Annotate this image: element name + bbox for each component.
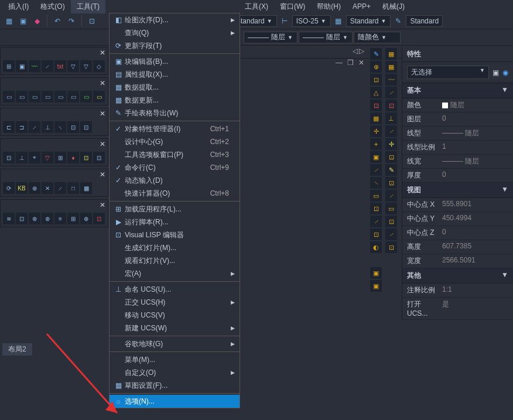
pal-btn[interactable]: ≡ — [54, 213, 66, 224]
menu-item[interactable]: ✓动态输入(D) — [110, 174, 240, 187]
pal-btn[interactable]: ⊡ — [3, 152, 15, 163]
restore-icon[interactable]: ❐ — [347, 59, 354, 67]
style2-combo[interactable]: Standard▼ — [346, 15, 391, 27]
tool-icon[interactable]: ◆ — [30, 15, 43, 28]
pal-btn[interactable]: ⊥ — [16, 152, 28, 163]
rs-btn[interactable]: ▣ — [370, 267, 382, 279]
property-row[interactable]: 线型比例1 — [402, 141, 513, 155]
redo-icon[interactable]: ↷ — [65, 15, 78, 28]
property-row[interactable]: 图层0 — [402, 112, 513, 127]
property-row[interactable]: 线宽——— 随层 — [402, 155, 513, 169]
menu-mech[interactable]: 机械(J) — [377, 0, 411, 13]
rs-btn[interactable]: 〰 — [385, 74, 397, 86]
property-row[interactable]: 线型——— 随层 — [402, 127, 513, 141]
rs-btn[interactable]: ⊡ — [370, 74, 382, 86]
menu-insert[interactable]: 插入(I) — [2, 0, 35, 13]
menu-toolsx[interactable]: 工具(X) — [239, 0, 274, 13]
menu-item[interactable]: ☼选项(N)... — [110, 395, 240, 408]
pal-btn[interactable]: ⊞ — [67, 213, 79, 224]
property-row[interactable]: 颜色随层 — [402, 98, 513, 112]
pick-icon[interactable]: ◉ — [502, 69, 508, 77]
rs-btn[interactable]: ⊡ — [385, 151, 397, 163]
close-icon[interactable]: ✕ — [100, 140, 105, 148]
menu-item[interactable]: ⊥命名 UCS(U)... — [110, 283, 240, 296]
pal-btn[interactable]: ▭ — [29, 91, 40, 103]
pal-btn[interactable]: ▭ — [16, 91, 28, 103]
tool-icon[interactable]: ⊡ — [86, 15, 98, 28]
rs-btn[interactable]: ⊡ — [370, 203, 382, 214]
menu-app[interactable]: APP+ — [347, 1, 377, 12]
menu-item[interactable]: 快速计算器(O)Ctrl+8 — [110, 187, 240, 200]
pal-btn[interactable]: ▽ — [80, 60, 92, 72]
rs-btn[interactable]: ✢ — [385, 138, 397, 150]
property-row[interactable]: 注释比例1:1 — [402, 284, 513, 298]
menu-item[interactable]: ▤属性提取(X)... — [110, 68, 240, 81]
rs-btn[interactable]: △ — [370, 87, 382, 98]
rs-btn[interactable]: ⊡ — [385, 241, 397, 253]
tool-icon[interactable]: ▣ — [16, 15, 29, 28]
select-icon[interactable]: ▣ — [493, 69, 499, 77]
pal-btn[interactable]: ⟋ — [54, 182, 66, 194]
view-nav-icon[interactable]: ▷ — [359, 47, 364, 55]
pal-btn[interactable]: ▭ — [67, 91, 79, 103]
rs-btn[interactable]: ⟋ — [385, 125, 397, 137]
pal-btn[interactable]: ⊡ — [67, 121, 79, 133]
section-view[interactable]: 视图▼ — [402, 183, 513, 198]
section-basic[interactable]: 基本▼ — [402, 83, 513, 98]
pal-btn[interactable]: □ — [67, 182, 79, 194]
table-icon[interactable]: ▦ — [332, 15, 345, 28]
menu-tools[interactable]: 工具(T) — [71, 0, 105, 13]
pal-btn[interactable]: ⊡ — [80, 152, 92, 163]
pal-btn[interactable]: ▦ — [80, 182, 92, 194]
pal-btn[interactable]: 〰 — [29, 60, 40, 72]
dim-icon[interactable]: ⊢ — [278, 15, 291, 28]
property-row[interactable]: 高度607.7385 — [402, 240, 513, 254]
menu-item[interactable]: 工具选项板窗口(P)Ctrl+3 — [110, 148, 240, 161]
rs-btn[interactable]: ▭ — [385, 203, 397, 214]
view-nav-icon[interactable]: ◁ — [353, 47, 358, 55]
menu-item[interactable]: ✓命令行(C)Ctrl+9 — [110, 161, 240, 174]
layout-tab[interactable]: 布局2 — [2, 343, 32, 356]
rs-btn[interactable]: ⊡ — [385, 216, 397, 227]
menu-item[interactable]: 宏(A)▶ — [110, 267, 240, 280]
menu-item[interactable]: 设计中心(G)Ctrl+2 — [110, 135, 240, 148]
pal-btn[interactable]: ▽ — [42, 152, 53, 163]
close-icon[interactable]: ✕ — [100, 201, 105, 209]
pal-btn[interactable]: ⟋ — [42, 60, 53, 72]
rs-btn[interactable]: ⟋ — [370, 216, 382, 227]
rs-btn[interactable]: ◐ — [370, 241, 382, 253]
pal-btn[interactable]: ▭ — [93, 91, 105, 103]
menu-item[interactable]: 新建 UCS(W)▶ — [110, 322, 240, 334]
menu-help[interactable]: 帮助(H) — [311, 0, 347, 13]
property-row[interactable]: 打开 UCS...是 — [402, 298, 513, 320]
rs-btn[interactable]: ⊕ — [370, 61, 382, 73]
section-other[interactable]: 其他▼ — [402, 268, 513, 284]
pal-btn[interactable]: ▭ — [3, 91, 15, 103]
pal-btn[interactable]: ⟳ — [3, 182, 15, 194]
menu-item[interactable]: ⟳更新字段(T) — [110, 39, 240, 52]
pal-btn[interactable]: ⊡ — [93, 213, 105, 224]
pal-btn[interactable]: ⟍ — [54, 121, 66, 133]
property-row[interactable]: 中心点 Z0 — [402, 226, 513, 240]
menu-window[interactable]: 窗口(W) — [274, 0, 311, 13]
pal-btn[interactable]: ▽ — [67, 60, 79, 72]
menu-item[interactable]: ⊡Visual LISP 编辑器 — [110, 228, 240, 241]
menu-item[interactable]: 查询(Q)▶ — [110, 26, 240, 39]
pal-btn[interactable]: ⊞ — [3, 60, 15, 72]
menu-item[interactable]: ▣块编辑器(B)... — [110, 55, 240, 68]
pal-btn[interactable]: ▭ — [42, 91, 53, 103]
minimize-icon[interactable]: — — [336, 59, 343, 67]
pal-btn[interactable]: ⊏ — [3, 121, 15, 133]
pal-btn[interactable]: ⌖ — [29, 152, 40, 163]
menu-item[interactable]: ✎手绘表格导出(W) — [110, 107, 240, 119]
rs-btn[interactable]: ▦ — [385, 61, 397, 73]
pal-btn[interactable]: ⊕ — [29, 182, 40, 194]
menu-item[interactable]: 正交 UCS(H)▶ — [110, 296, 240, 309]
pal-btn[interactable]: ⊕ — [29, 213, 40, 224]
property-row[interactable]: 宽度2566.5091 — [402, 254, 513, 268]
menu-item[interactable]: ▦数据更新... — [110, 94, 240, 107]
pal-btn[interactable]: ⊐ — [16, 121, 28, 133]
iso-combo[interactable]: ISO-25▼ — [292, 15, 331, 27]
style-icon[interactable]: ✎ — [392, 15, 405, 28]
rs-btn[interactable]: ⊡ — [385, 100, 397, 111]
